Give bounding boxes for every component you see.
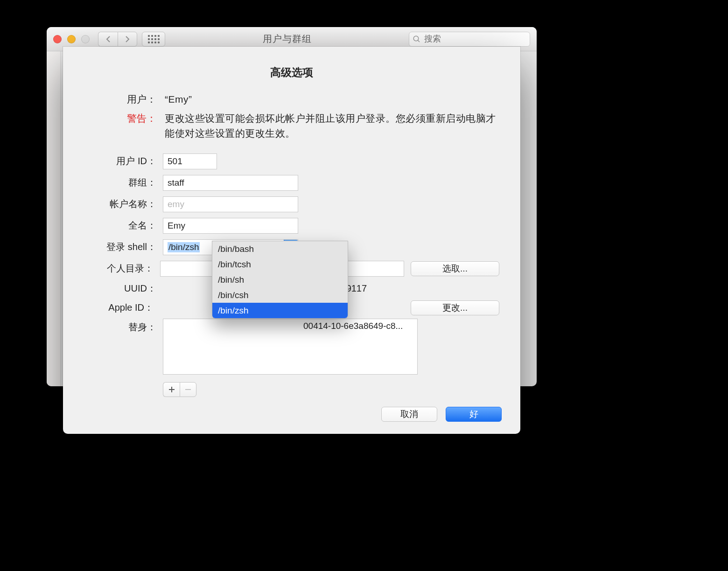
aliases-list[interactable]: 00414-10-6e3a8649-c8... bbox=[163, 319, 418, 375]
alias-row[interactable]: 00414-10-6e3a8649-c8... bbox=[163, 319, 417, 333]
warning-label: 警告： bbox=[84, 111, 156, 125]
nav-back-forward bbox=[98, 32, 137, 47]
shell-option-csh[interactable]: /bin/csh bbox=[212, 287, 348, 303]
search-input[interactable] bbox=[409, 32, 530, 47]
svg-point-0 bbox=[413, 36, 419, 41]
sheet-title: 高级选项 bbox=[84, 65, 499, 80]
back-button[interactable] bbox=[98, 32, 118, 47]
sidebar-edge bbox=[47, 51, 61, 386]
login-shell-value: /bin/zsh bbox=[168, 242, 200, 252]
forward-button[interactable] bbox=[118, 32, 137, 47]
warning-text: 更改这些设置可能会损坏此帐户并阻止该用户登录。您必须重新启动电脑才能使对这些设置… bbox=[165, 111, 499, 141]
search-field[interactable] bbox=[409, 32, 530, 47]
user-label: 用户： bbox=[84, 92, 156, 106]
remove-alias-button bbox=[180, 382, 196, 397]
apple-id-label: Apple ID： bbox=[84, 301, 154, 314]
ok-button[interactable]: 好 bbox=[446, 407, 502, 422]
add-alias-button[interactable] bbox=[163, 382, 180, 397]
login-shell-label: 登录 shell： bbox=[84, 241, 156, 253]
cancel-button[interactable]: 取消 bbox=[381, 407, 437, 422]
user-value: “Emy” bbox=[165, 92, 499, 107]
close-icon[interactable] bbox=[53, 35, 62, 43]
grid-icon bbox=[148, 35, 160, 43]
advanced-options-sheet: 高级选项 用户： “Emy” 警告： 更改这些设置可能会损坏此帐户并阻止该用户登… bbox=[63, 47, 520, 434]
full-name-input[interactable] bbox=[163, 218, 298, 234]
user-id-input[interactable] bbox=[163, 153, 217, 169]
uuid-label: UUID： bbox=[84, 282, 156, 295]
shell-option-zsh[interactable]: /bin/zsh bbox=[212, 303, 348, 318]
window-title: 用户与群组 bbox=[170, 33, 404, 45]
login-shell-dropdown[interactable]: /bin/bash /bin/tcsh /bin/sh /bin/csh /bi… bbox=[212, 241, 348, 319]
minus-icon bbox=[185, 386, 191, 393]
show-all-button[interactable] bbox=[142, 32, 165, 47]
account-name-input[interactable] bbox=[163, 196, 298, 212]
shell-option-sh[interactable]: /bin/sh bbox=[212, 272, 348, 287]
choose-home-dir-button[interactable]: 选取... bbox=[411, 261, 499, 276]
account-name-label: 帐户名称： bbox=[84, 198, 156, 210]
aliases-label: 替身： bbox=[84, 321, 156, 334]
shell-option-tcsh[interactable]: /bin/tcsh bbox=[212, 257, 348, 272]
zoom-icon bbox=[81, 35, 90, 43]
shell-option-bash[interactable]: /bin/bash bbox=[212, 241, 348, 257]
full-name-label: 全名： bbox=[84, 219, 156, 232]
home-dir-label: 个人目录： bbox=[84, 262, 154, 275]
minimize-icon[interactable] bbox=[67, 35, 76, 43]
group-label: 群组： bbox=[84, 176, 156, 189]
group-input[interactable] bbox=[163, 175, 298, 191]
search-icon bbox=[413, 35, 421, 43]
user-id-label: 用户 ID： bbox=[84, 155, 156, 167]
svg-line-1 bbox=[418, 40, 420, 42]
change-apple-id-button[interactable]: 更改... bbox=[411, 300, 499, 315]
plus-icon bbox=[168, 386, 175, 393]
window-controls bbox=[53, 35, 90, 43]
